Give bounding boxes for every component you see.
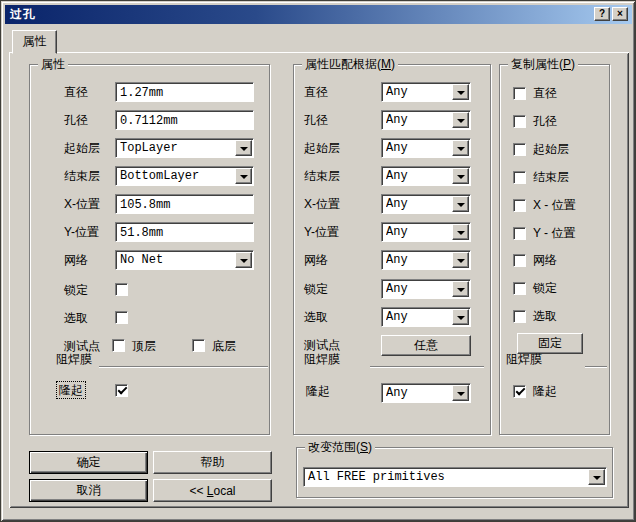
match-selected-combo[interactable]: Any: [381, 307, 471, 327]
help-button[interactable]: 帮助: [153, 451, 272, 474]
copy-tenting-item[interactable]: 隆起: [513, 382, 557, 400]
match-selected-label: 选取: [304, 307, 328, 327]
chevron-down-icon[interactable]: [452, 281, 469, 297]
chevron-down-icon[interactable]: [452, 309, 469, 325]
chevron-down-icon[interactable]: [452, 224, 469, 240]
chevron-down-icon[interactable]: [452, 385, 469, 401]
match-locked-combo[interactable]: Any: [381, 279, 471, 299]
copy-y-location-item[interactable]: Y - 位置: [513, 224, 575, 242]
hole-size-input[interactable]: [115, 110, 254, 130]
match-hole-size-combo[interactable]: Any: [381, 110, 471, 130]
copy-selected-item[interactable]: 选取: [513, 307, 557, 325]
locked-label: 锁定: [64, 280, 88, 300]
local-toggle-button[interactable]: << Local: [153, 479, 272, 502]
copy-end-layer-label: 结束层: [533, 169, 569, 186]
selected-label: 选取: [64, 308, 88, 328]
locked-checkbox[interactable]: [115, 283, 128, 296]
testpoint-bottom-label: 底层: [212, 336, 236, 356]
copy-selected-checkbox[interactable]: [513, 310, 526, 323]
copy-y-location-checkbox[interactable]: [513, 227, 526, 240]
match-testpoint-any-button[interactable]: 任意: [381, 335, 471, 356]
copy-x-location-checkbox[interactable]: [513, 199, 526, 212]
close-icon[interactable]: ×: [612, 7, 628, 21]
copy-y-location-label: Y - 位置: [533, 225, 575, 242]
match-tenting-combo[interactable]: Any: [381, 383, 471, 403]
chevron-down-icon[interactable]: [452, 168, 469, 184]
copy-locked-item[interactable]: 锁定: [513, 279, 557, 297]
match-solder-mask-label: 阻焊膜: [304, 351, 340, 367]
change-scope-combo[interactable]: All FREE primitives: [303, 467, 607, 487]
net-combo[interactable]: No Net: [115, 250, 254, 270]
tenting-checkbox[interactable]: [115, 384, 128, 397]
testpoint-top-label: 顶层: [132, 336, 156, 356]
match-diameter-label: 直径: [304, 82, 328, 102]
copy-start-layer-label: 起始层: [533, 141, 569, 158]
tenting-label: 隆起: [57, 382, 85, 398]
match-y-location-combo[interactable]: Any: [381, 222, 471, 242]
chevron-down-icon[interactable]: [452, 112, 469, 128]
start-layer-combo[interactable]: TopLayer: [115, 138, 254, 158]
selected-checkbox[interactable]: [115, 311, 128, 324]
change-scope-group-title: 改变范围(S): [305, 440, 375, 454]
start-layer-value: TopLayer: [120, 141, 233, 155]
match-tenting-label: 隆起: [306, 381, 330, 401]
end-layer-combo[interactable]: BottomLayer: [115, 166, 254, 186]
match-net-combo[interactable]: Any: [381, 250, 471, 270]
copy-x-location-label: X - 位置: [533, 197, 576, 214]
tab-properties[interactable]: 属性: [12, 30, 57, 54]
tab-properties-label: 属性: [23, 34, 47, 48]
chevron-down-icon[interactable]: [235, 140, 252, 156]
copy-attributes-group-title: 复制属性(P): [508, 57, 578, 71]
match-diameter-value: Any: [386, 85, 450, 99]
cancel-button[interactable]: 取消: [29, 479, 148, 502]
copy-x-location-item[interactable]: X - 位置: [513, 196, 576, 214]
copy-net-checkbox[interactable]: [513, 254, 526, 267]
testpoint-bottom-checkbox[interactable]: [192, 339, 205, 352]
testpoint-top-checkbox[interactable]: [112, 339, 125, 352]
match-x-location-combo[interactable]: Any: [381, 194, 471, 214]
copy-end-layer-checkbox[interactable]: [513, 171, 526, 184]
match-diameter-combo[interactable]: Any: [381, 82, 471, 102]
match-hole-size-label: 孔径: [304, 110, 328, 130]
chevron-down-icon[interactable]: [588, 469, 605, 485]
match-y-location-value: Any: [386, 225, 450, 239]
copy-end-layer-item[interactable]: 结束层: [513, 168, 569, 186]
match-end-layer-combo[interactable]: Any: [381, 166, 471, 186]
copy-start-layer-checkbox[interactable]: [513, 143, 526, 156]
match-start-layer-label: 起始层: [304, 138, 340, 158]
y-location-input[interactable]: [115, 222, 254, 242]
change-scope-group: 改变范围(S) All FREE primitives: [296, 447, 613, 498]
copy-hole-size-checkbox[interactable]: [513, 115, 526, 128]
match-end-layer-value: Any: [386, 169, 450, 183]
copy-tenting-checkbox[interactable]: [513, 385, 526, 398]
ok-button[interactable]: 确定: [29, 451, 148, 474]
copy-diameter-checkbox[interactable]: [513, 87, 526, 100]
solder-mask-label: 阻焊膜: [56, 351, 92, 367]
match-tenting-value: Any: [386, 386, 450, 400]
match-x-location-label: X-位置: [304, 194, 340, 214]
diameter-input[interactable]: [115, 82, 254, 102]
properties-group: 属性 直径 孔径 起始层 TopLayer 结束层 BottomLayer X-…: [29, 64, 270, 435]
copy-start-layer-item[interactable]: 起始层: [513, 140, 569, 158]
end-layer-label: 结束层: [64, 166, 100, 186]
net-label: 网络: [64, 250, 88, 270]
match-net-value: Any: [386, 253, 450, 267]
chevron-down-icon[interactable]: [452, 252, 469, 268]
chevron-down-icon[interactable]: [235, 252, 252, 268]
copy-hole-size-item[interactable]: 孔径: [513, 112, 557, 130]
chevron-down-icon[interactable]: [452, 140, 469, 156]
chevron-down-icon[interactable]: [452, 84, 469, 100]
copy-net-item[interactable]: 网络: [513, 251, 557, 269]
match-start-layer-value: Any: [386, 141, 450, 155]
chevron-down-icon[interactable]: [235, 168, 252, 184]
chevron-down-icon[interactable]: [452, 196, 469, 212]
end-layer-value: BottomLayer: [120, 169, 233, 183]
match-start-layer-combo[interactable]: Any: [381, 138, 471, 158]
match-selected-value: Any: [386, 310, 450, 324]
question-mark-icon[interactable]: ?: [594, 7, 610, 21]
x-location-input[interactable]: [115, 194, 254, 214]
titlebar[interactable]: 过孔 ? ×: [5, 5, 632, 24]
copy-diameter-item[interactable]: 直径: [513, 84, 557, 102]
copy-selected-label: 选取: [533, 308, 557, 325]
copy-locked-checkbox[interactable]: [513, 282, 526, 295]
